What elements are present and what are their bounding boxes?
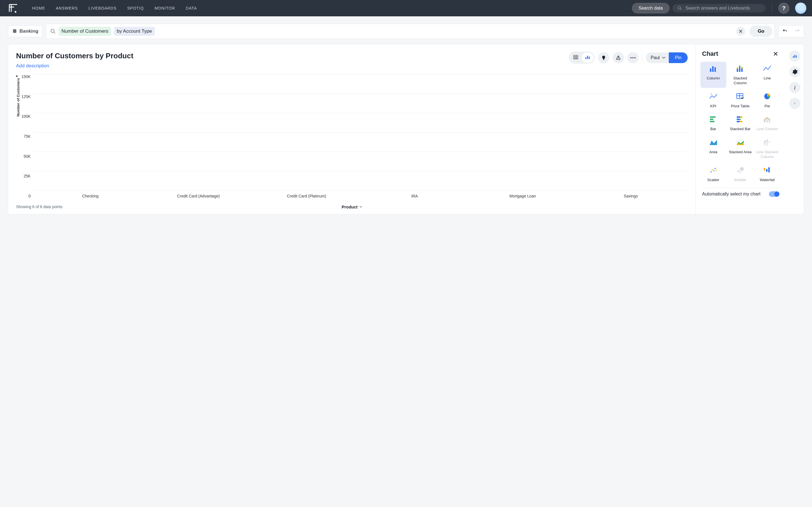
x-labels: CheckingCredit Card (Advantage)Credit Ca… <box>34 190 688 198</box>
svg-point-47 <box>740 167 744 171</box>
rail-settings-button[interactable] <box>789 66 801 77</box>
kpi-icon: # <box>709 93 718 102</box>
chart-type-label: Area <box>709 150 718 155</box>
svg-point-1 <box>678 6 680 9</box>
table-icon <box>573 54 579 60</box>
x-axis-label-dropdown[interactable]: Product <box>342 205 362 209</box>
chart-type-bubble: Bubble <box>727 163 753 185</box>
avatar[interactable] <box>795 3 806 14</box>
svg-point-42 <box>712 169 713 170</box>
chart-type-line-stacked: Line Stacked Column <box>754 135 780 162</box>
y-tick: 100K <box>21 114 31 119</box>
svg-point-43 <box>713 170 714 171</box>
clear-query-button[interactable] <box>736 27 745 36</box>
chart-config-panel: Chart ColumnStacked ColumnLine#KPIPivot … <box>696 44 786 214</box>
share-icon <box>616 55 621 61</box>
chart-type-scatter[interactable]: Scatter <box>700 163 726 185</box>
close-icon <box>774 52 777 56</box>
nav-monitor[interactable]: MONITOR <box>154 6 175 10</box>
svg-point-45 <box>716 170 717 171</box>
chart-type-grid: ColumnStacked ColumnLine#KPIPivot TableP… <box>700 62 781 185</box>
svg-point-44 <box>714 168 716 169</box>
search-data-button[interactable]: Search data <box>632 3 670 13</box>
data-source-chip[interactable]: Banking <box>8 25 43 37</box>
chart-type-hbar[interactable]: Bar <box>700 112 726 134</box>
y-tick: 75K <box>24 134 31 138</box>
redo-icon <box>794 29 801 34</box>
nav-answers[interactable]: ANSWERS <box>56 6 78 10</box>
chevron-down-icon <box>359 206 362 208</box>
x-label: IRA <box>369 194 460 198</box>
view-mode-segment <box>569 52 595 64</box>
nav-spotiq[interactable]: SPOTIQ <box>127 6 144 10</box>
chart-type-label: KPI <box>710 104 716 109</box>
column-chart-icon <box>792 54 798 59</box>
data-source-name: Banking <box>19 29 38 34</box>
lightbulb-icon <box>601 55 606 61</box>
auto-select-toggle[interactable] <box>769 191 779 197</box>
search-answers-input[interactable] <box>686 6 760 11</box>
svg-rect-33 <box>740 121 742 122</box>
chart-type-kpi[interactable]: #KPI <box>700 90 726 111</box>
chart-type-pie[interactable]: Pie <box>754 90 780 111</box>
chart-view-button[interactable] <box>581 53 594 62</box>
share-button[interactable] <box>613 52 624 63</box>
svg-rect-26 <box>710 119 713 120</box>
rail-info-button[interactable]: i <box>789 82 801 93</box>
spotiq-button[interactable] <box>598 52 609 63</box>
nav-home[interactable]: HOME <box>32 6 45 10</box>
top-nav: HOME ANSWERS LIVEBOARDS SPOTIQ MONITOR D… <box>0 0 812 16</box>
rail-chart-button[interactable] <box>789 50 801 62</box>
svg-rect-51 <box>768 167 770 172</box>
table-view-button[interactable] <box>570 53 581 62</box>
svg-point-46 <box>737 170 740 173</box>
query-chip-measure[interactable]: Number of Customers <box>59 27 111 36</box>
svg-rect-13 <box>710 68 711 72</box>
redo-button[interactable] <box>794 29 801 34</box>
svg-rect-27 <box>710 121 714 122</box>
chart-type-pivot[interactable]: Pivot Table <box>727 90 753 111</box>
y-tick: 25K <box>24 174 31 178</box>
y-tick: 0 <box>29 194 31 198</box>
more-actions-button[interactable] <box>627 52 639 63</box>
chart: ▶ Number of Customers 150K125K100K75K50K… <box>16 74 688 198</box>
chart-type-column[interactable]: Column <box>700 62 726 88</box>
chart-type-line[interactable]: Line <box>754 62 780 88</box>
chart-type-label: Bubble <box>734 178 746 182</box>
chart-type-stacked-area[interactable]: Stacked Area <box>727 135 753 162</box>
database-icon <box>12 29 17 34</box>
right-rail: i <box>786 44 804 214</box>
chart-type-label: Stacked Bar <box>730 127 751 131</box>
svg-rect-7 <box>589 57 590 59</box>
chart-type-stacked-hbar[interactable]: Stacked Bar <box>727 112 753 134</box>
chart-type-label: Column <box>707 76 720 81</box>
chart-type-stacked-column[interactable]: Stacked Column <box>727 62 753 88</box>
pin-button[interactable]: Pin <box>669 52 688 63</box>
search-answers[interactable] <box>672 4 765 12</box>
svg-rect-15 <box>714 67 716 72</box>
x-label: Credit Card (Platinum) <box>261 194 352 198</box>
logo[interactable] <box>8 3 18 13</box>
x-label: Checking <box>45 194 136 198</box>
go-button[interactable]: Go <box>750 25 772 37</box>
svg-rect-14 <box>712 66 714 72</box>
user-dropdown[interactable]: Paul <box>646 52 669 63</box>
svg-rect-25 <box>710 116 716 118</box>
chart-type-area[interactable]: Area <box>700 135 726 162</box>
query-bar[interactable]: Number of Customers by Account Type Go <box>46 24 775 39</box>
plot-area <box>34 74 688 190</box>
chart-type-waterfall[interactable]: Waterfall <box>754 163 780 185</box>
close-panel-button[interactable] <box>772 50 779 58</box>
lightning-icon <box>793 100 797 107</box>
svg-point-11 <box>632 57 633 58</box>
add-description-link[interactable]: Add description <box>16 63 49 69</box>
nav-liveboards[interactable]: LIVEBOARDS <box>89 6 116 10</box>
query-chip-attribute[interactable]: by Account Type <box>114 27 154 36</box>
svg-rect-49 <box>764 168 765 171</box>
undo-button[interactable] <box>782 29 788 34</box>
rail-speed-button[interactable] <box>789 98 801 109</box>
nav-data[interactable]: DATA <box>186 6 197 10</box>
help-button[interactable]: ? <box>778 3 790 14</box>
query-row: Banking Number of Customers by Account T… <box>0 16 812 44</box>
chart-type-label: Pivot Table <box>731 104 750 109</box>
